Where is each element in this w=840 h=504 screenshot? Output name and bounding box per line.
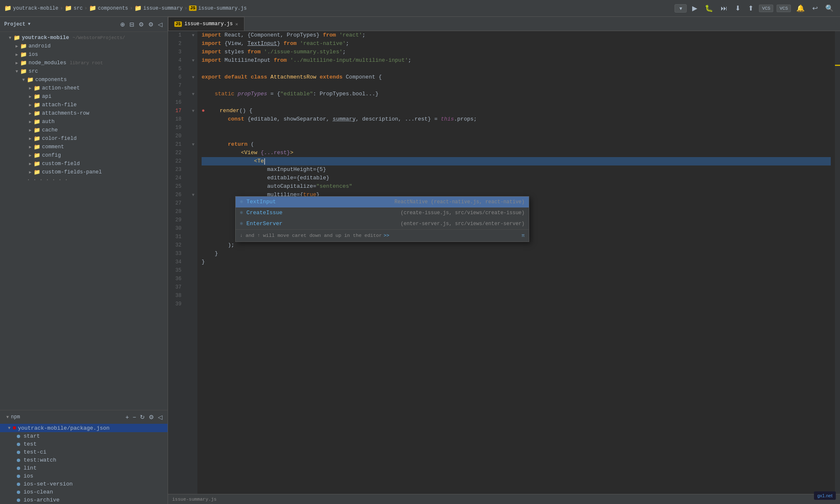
tree-label-android: android (29, 43, 51, 49)
npm-script-dot-test-ci (17, 451, 20, 454)
line-num-29: 29 (168, 216, 185, 224)
code-editor[interactable]: import React, {Component, PropTypes} fro… (197, 31, 835, 494)
fold-6[interactable]: ▼ (189, 73, 197, 81)
npm-header[interactable]: npm + − ↻ ⚙ ◁ (0, 410, 168, 424)
tree-label-comment: comment (42, 144, 64, 150)
tree-item-action-sheet[interactable]: 📁 action-sheet (0, 84, 168, 92)
npm-script-ios[interactable]: ios (0, 472, 168, 480)
sidebar-settings-btn[interactable]: ⚙ (138, 20, 145, 29)
npm-package-item[interactable]: ■ youtrack-mobile/package.json (0, 424, 168, 432)
npm-script-test-ci[interactable]: test-ci (0, 448, 168, 456)
fold-1[interactable]: ▼ (189, 31, 197, 39)
npm-script-label-lint: lint (24, 465, 37, 471)
line-num-ac4: 26 (168, 191, 185, 199)
autocomplete-location-createissue: (create-issue.js, src/views/create-issue… (401, 209, 525, 217)
tree-item-components[interactable]: 📁 components (0, 76, 168, 84)
line-num-16: 16 (168, 98, 185, 107)
hint-link[interactable]: >> (383, 231, 389, 240)
tree-item-api[interactable]: 📁 api (0, 92, 168, 101)
line-num-17: 17 (168, 107, 185, 115)
code-line-18: const {editable, showSeparator, summary,… (202, 115, 831, 123)
npm-refresh-btn[interactable]: ↻ (139, 413, 146, 421)
config-folder-icon: 📁 (34, 152, 40, 159)
tree-item-comment[interactable]: 📁 comment (0, 143, 168, 151)
autocomplete-item-createissue[interactable]: ⚛ CreateIssue (create-issue.js, src/view… (236, 207, 529, 218)
tree-item-android[interactable]: 📁 android (0, 42, 168, 50)
breakpoint-indicator: ● (202, 107, 205, 115)
step-out-btn[interactable]: ⬆ (746, 3, 756, 13)
tree-item-custom-fields-panel[interactable]: 📁 custom-fields-panel (0, 168, 168, 176)
npm-script-test-watch[interactable]: test:watch (0, 456, 168, 464)
fold-ac4[interactable]: ▼ (189, 191, 197, 199)
tree-item-attach-file[interactable]: 📁 attach-file (0, 101, 168, 109)
npm-script-ios-archive[interactable]: ios-archive (0, 496, 168, 504)
hint-pi: π (522, 231, 525, 240)
npm-script-label-ios-clean: ios-clean (24, 489, 53, 495)
tree-label-attach-file: attach-file (42, 102, 77, 108)
tree-label-custom-fields-panel: custom-fields-panel (42, 169, 102, 175)
sidebar-hide-btn[interactable]: ◁ (157, 20, 163, 29)
root-folder-icon: 📁 (13, 34, 20, 41)
title-bar: 📁 youtrack-mobile › 📁 src › 📁 components… (0, 0, 840, 17)
tree-arrow-ios (13, 52, 20, 57)
npm-hide-btn[interactable]: ◁ (157, 413, 163, 421)
code-line-39 (202, 266, 831, 275)
tree-item-auth[interactable]: 📁 auth (0, 118, 168, 126)
locate-file-btn[interactable]: ⊕ (119, 20, 126, 29)
tree-secondary-root: ~/WebstormProjects/ (73, 35, 125, 40)
fold-17[interactable]: ▼ (189, 107, 197, 115)
autocomplete-name-createissue: CreateIssue (247, 209, 283, 217)
tree-label-action-sheet: action-sheet (42, 85, 80, 91)
step-into-btn[interactable]: ⬇ (733, 3, 743, 13)
code-line-29: autoCapitalize="sentences" (202, 182, 831, 191)
tree-item-src[interactable]: 📁 src (0, 67, 168, 76)
npm-package-arrow (6, 426, 13, 430)
autocomplete-item-enterserver[interactable]: ⚛ EnterServer (enter-server.js, src/view… (236, 218, 529, 229)
line-num-37: 37 (168, 283, 185, 291)
npm-add-btn[interactable]: + (125, 413, 130, 421)
tree-label-src: src (29, 68, 38, 74)
notification-btn[interactable]: 🔔 (794, 3, 807, 13)
npm-package-icon: ■ (13, 425, 16, 431)
fold-3 (189, 48, 197, 56)
search-btn[interactable]: 🔍 (823, 3, 836, 13)
run-btn[interactable]: ▶ (690, 3, 699, 13)
fold-21[interactable]: ▼ (189, 140, 197, 149)
tab-close-btn[interactable]: ✕ (235, 21, 238, 27)
npm-script-test[interactable]: test (0, 440, 168, 448)
autocomplete-item-textinput[interactable]: ⚛ TextInput ReactNative (react-native.js… (236, 197, 529, 207)
tree-item-color-field[interactable]: 📁 color-field (0, 134, 168, 143)
npm-script-start[interactable]: start (0, 432, 168, 440)
breadcrumb-file: issue-summary.js (198, 5, 247, 11)
tree-arrow-android (13, 44, 20, 49)
npm-script-ios-set-version[interactable]: ios-set-version (0, 480, 168, 488)
fold-16 (189, 98, 197, 107)
project-dropdown-icon[interactable]: ▼ (28, 22, 30, 26)
dropdown-btn[interactable]: ▼ (675, 4, 687, 13)
tree-item-root[interactable]: 📁 youtrack-mobile ~/WebstormProjects/ (0, 34, 168, 42)
tree-item-config[interactable]: 📁 config (0, 151, 168, 160)
fold-4[interactable]: ▼ (189, 56, 197, 65)
comment-folder-icon: 📁 (34, 144, 40, 150)
tree-item-cache[interactable]: 📁 cache (0, 126, 168, 134)
right-scrollbar[interactable] (835, 31, 840, 494)
collapse-all-btn[interactable]: ⊟ (129, 20, 135, 29)
tree-item-ios[interactable]: 📁 ios (0, 50, 168, 59)
npm-script-ios-clean[interactable]: ios-clean (0, 488, 168, 496)
npm-script-dot-test (17, 443, 20, 446)
tree-item-node-modules[interactable]: 📁 node_modules library root (0, 59, 168, 67)
npm-settings-btn[interactable]: ⚙ (148, 413, 155, 421)
npm-script-lint[interactable]: lint (0, 464, 168, 472)
fold-8[interactable]: ▼ (189, 90, 197, 98)
step-over-btn[interactable]: ⏭ (719, 4, 730, 13)
tree-arrow-components (20, 78, 27, 82)
editor-tab-issue-summary[interactable]: JS issue-summary.js ✕ (168, 17, 244, 31)
scroll-marker-yellow (835, 65, 840, 66)
tree-item-custom-field[interactable]: 📁 custom-field (0, 160, 168, 168)
tree-arrow-action-sheet (27, 86, 34, 91)
debug-btn[interactable]: 🐛 (703, 3, 715, 13)
undo-btn[interactable]: ↩ (810, 3, 820, 13)
sidebar-gear-btn[interactable]: ⚙ (147, 20, 155, 29)
npm-remove-btn[interactable]: − (132, 413, 137, 421)
tree-item-attachments-row[interactable]: 📁 attachments-row (0, 109, 168, 118)
